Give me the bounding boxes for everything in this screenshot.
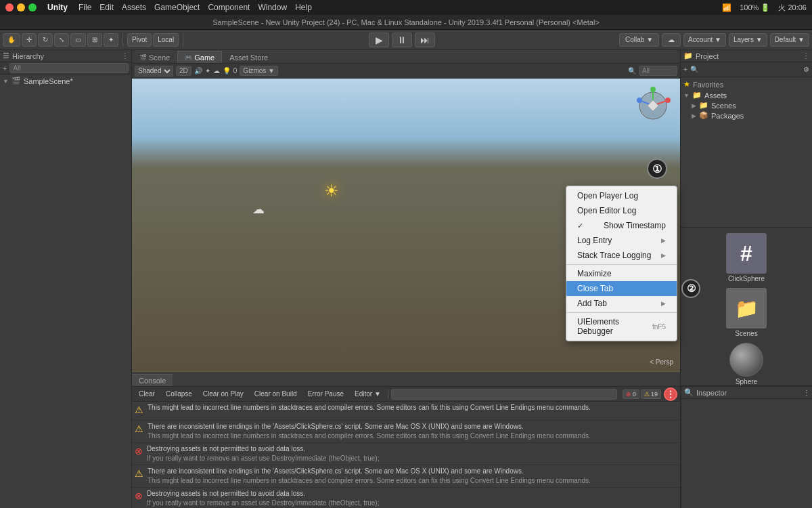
effects-icon[interactable]: ✦ xyxy=(205,67,210,75)
ctx-separator-1 xyxy=(566,264,677,265)
menu-gameobject[interactable]: GameObject xyxy=(154,3,200,12)
asset-sphere[interactable]: Sphere xyxy=(723,343,770,385)
ctx-log-entry-label: Log Entry xyxy=(577,236,612,245)
scene-options-1[interactable]: ☁ xyxy=(213,67,220,75)
menu-assets[interactable]: Assets xyxy=(122,3,146,12)
scene-2d-button[interactable]: 2D xyxy=(176,66,191,76)
inspector-options-icon[interactable]: ⋮ xyxy=(803,389,810,396)
layout-button[interactable]: Default ▼ xyxy=(770,33,809,47)
scene-search-input[interactable]: All xyxy=(639,66,677,76)
step-button[interactable]: ⏭ xyxy=(415,33,435,47)
packages-label: Packages xyxy=(711,112,744,120)
warning-icon: ⚠ xyxy=(644,391,650,398)
console-tab[interactable]: Console xyxy=(132,374,173,386)
scene-tab-label: Scene xyxy=(149,54,170,62)
os-status-right: 📶100% 🔋火 20:06 xyxy=(722,3,807,13)
pivot-button[interactable]: Pivot xyxy=(127,33,152,47)
hierarchy-options-icon[interactable]: ⋮ xyxy=(122,52,129,60)
collapse-button[interactable]: Collapse xyxy=(162,389,196,399)
editor-dropdown-button[interactable]: Editor ▼ xyxy=(351,389,385,399)
clear-button[interactable]: Clear xyxy=(135,389,159,399)
local-button[interactable]: Local xyxy=(153,33,179,47)
tree-scenes[interactable]: ▶ 📁 Scenes xyxy=(681,100,812,110)
scene-tabs: 🎬 Scene 🎮 Game Asset Store xyxy=(132,50,680,64)
menu-file[interactable]: File xyxy=(78,3,91,12)
menu-edit[interactable]: Edit xyxy=(99,3,114,12)
clear-on-build-button[interactable]: Clear on Build xyxy=(250,389,301,399)
asset-clicksphere[interactable]: # ClickSphere xyxy=(723,233,770,282)
inspector-content xyxy=(681,399,812,508)
app-name: Unity xyxy=(47,3,68,12)
tree-favorites[interactable]: ★ Favorites xyxy=(681,79,812,90)
project-settings-button[interactable]: ⚙ xyxy=(803,66,809,73)
hierarchy-item-scene[interactable]: ▼ 🎬 SampleScene* xyxy=(0,76,131,86)
minimize-window-button[interactable] xyxy=(17,3,25,12)
shading-mode-select[interactable]: Shaded xyxy=(135,66,173,77)
project-add-button[interactable]: + xyxy=(683,66,687,73)
ctx-log-entry[interactable]: Log Entry xyxy=(566,233,677,248)
ctx-add-tab[interactable]: Add Tab xyxy=(566,296,677,311)
console-more-button[interactable]: ⋮ xyxy=(664,387,677,401)
rotate-tool[interactable]: ↻ xyxy=(38,33,53,47)
tab-asset-store[interactable]: Asset Store xyxy=(222,51,275,63)
tree-packages[interactable]: ▶ 📦 Packages xyxy=(681,110,812,121)
window-title: SampleScene - New Unity Project (24) - P… xyxy=(212,18,600,26)
error-pause-button[interactable]: Error Pause xyxy=(304,389,348,399)
pause-button[interactable]: ⏸ xyxy=(392,33,412,47)
rect-tool[interactable]: ▭ xyxy=(70,33,86,47)
ctx-show-timestamp[interactable]: ✓ Show Timestamp xyxy=(566,218,677,233)
close-window-button[interactable] xyxy=(5,3,14,12)
ctx-maximize[interactable]: Maximize xyxy=(566,266,677,281)
console-message-5[interactable]: ⊗ Destroying assets is not permitted to … xyxy=(132,488,680,508)
hierarchy-search-input[interactable]: All xyxy=(9,63,129,73)
transform-all-tool[interactable]: ⊞ xyxy=(87,33,102,47)
inspector-header: 🔍 Inspector ⋮ xyxy=(681,387,812,399)
project-options-icon[interactable]: ⋮ xyxy=(803,52,809,60)
ctx-open-player-log[interactable]: Open Player Log xyxy=(566,188,677,203)
tab-scene[interactable]: 🎬 Scene xyxy=(132,51,177,63)
tab-game[interactable]: 🎮 Game xyxy=(177,51,222,63)
custom-tool[interactable]: ✦ xyxy=(104,33,118,47)
console-message-3[interactable]: ⊗ Destroying assets is not permitted to … xyxy=(132,443,680,465)
os-menu-bar: Unity File Edit Assets GameObject Compon… xyxy=(0,0,812,15)
collab-button[interactable]: Collab ▼ xyxy=(619,33,659,47)
message-text-4: There are inconsistent line endings in t… xyxy=(148,467,591,486)
scene-options-3[interactable]: 0 xyxy=(233,67,238,75)
inspector-panel: 🔍 Inspector ⋮ xyxy=(681,386,812,508)
hierarchy-add-button[interactable]: + xyxy=(3,64,7,72)
menu-help[interactable]: Help xyxy=(295,3,312,12)
cloud-button[interactable]: ☁ xyxy=(662,33,681,47)
inspector-icon: 🔍 xyxy=(684,388,694,397)
ctx-open-editor-log[interactable]: Open Editor Log xyxy=(566,203,677,218)
audio-icon[interactable]: 🔊 xyxy=(194,67,202,75)
project-tree: ★ Favorites ▼ 📁 Assets ▶ 📁 Scenes ▶ 📦 Pa… xyxy=(681,77,812,227)
favorites-star-icon: ★ xyxy=(683,80,690,89)
ctx-close-tab[interactable]: Close Tab ② xyxy=(566,281,677,296)
asset-scenes[interactable]: 📁 Scenes xyxy=(723,288,770,337)
layers-button[interactable]: Layers ▼ xyxy=(729,33,767,47)
move-tool[interactable]: ✛ xyxy=(22,33,37,47)
play-button[interactable]: ▶ xyxy=(369,33,389,47)
ctx-stack-trace[interactable]: Stack Trace Logging xyxy=(566,248,677,263)
scene-options-2[interactable]: 💡 xyxy=(223,67,231,75)
console-message-4[interactable]: ⚠ There are inconsistent line endings in… xyxy=(132,465,680,488)
sphere-thumbnail xyxy=(729,343,763,377)
console-message-1[interactable]: ⚠ This might lead to incorrect line numb… xyxy=(132,402,680,421)
gizmos-button[interactable]: Gizmos ▼ xyxy=(240,66,278,76)
tree-assets[interactable]: ▼ 📁 Assets xyxy=(681,90,812,100)
console-search-input[interactable] xyxy=(391,389,617,400)
scenes-folder-icon: 📁 xyxy=(699,101,708,110)
game-tab-icon: 🎮 xyxy=(185,54,192,61)
scale-tool[interactable]: ⤡ xyxy=(54,33,69,47)
ctx-uielements-debugger[interactable]: UIElements Debugger fnF5 xyxy=(566,314,677,339)
console-message-2[interactable]: ⚠ There are inconsistent line endings in… xyxy=(132,421,680,443)
menu-window[interactable]: Window xyxy=(258,3,287,12)
console-toolbar: Clear Collapse Clear on Play Clear on Bu… xyxy=(132,387,680,402)
window-title-bar: SampleScene - New Unity Project (24) - P… xyxy=(0,15,812,30)
hand-tool[interactable]: ✋ xyxy=(3,33,20,47)
account-button[interactable]: Account ▼ xyxy=(683,33,726,47)
clear-on-play-button[interactable]: Clear on Play xyxy=(199,389,248,399)
maximize-window-button[interactable] xyxy=(28,3,37,12)
message-text-3: Destroying assets is not permitted to av… xyxy=(147,444,379,463)
menu-component[interactable]: Component xyxy=(208,3,250,12)
